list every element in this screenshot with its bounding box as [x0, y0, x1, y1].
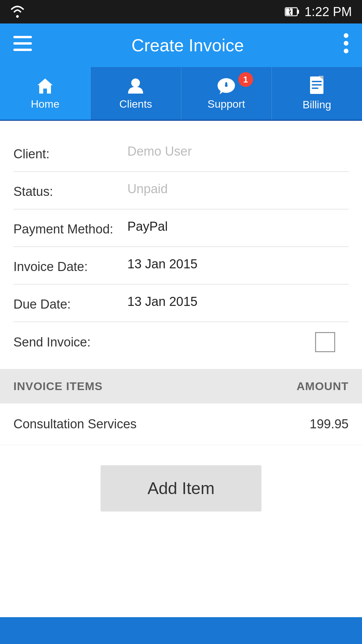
svg-rect-15 [312, 81, 322, 82]
invoice-item-name: Consultation Services [13, 417, 137, 431]
support-icon [216, 77, 236, 95]
svg-rect-13 [225, 82, 227, 86]
invoice-date-row: Invoice Date: 13 Jan 2015 [13, 247, 349, 284]
bottom-bar [0, 617, 362, 644]
svg-point-6 [344, 33, 349, 38]
status-label: Status: [13, 184, 127, 199]
battery-icon [285, 5, 299, 18]
add-item-container: Add Item [0, 445, 362, 532]
svg-rect-17 [312, 88, 318, 89]
svg-rect-4 [13, 42, 32, 45]
tab-billing-label: Billing [303, 99, 331, 111]
status-row: Status: Unpaid [13, 172, 349, 209]
send-invoice-label: Send Invoice: [13, 335, 127, 350]
app-bar-title: Create Invoice [32, 35, 344, 55]
app-bar: Create Invoice [0, 23, 362, 67]
invoice-items-header: INVOICE ITEMS AMOUNT [0, 369, 362, 404]
due-date-row: Due Date: 13 Jan 2015 [13, 284, 349, 322]
status-bar-left [10, 5, 25, 18]
tab-home-label: Home [31, 98, 59, 110]
svg-point-9 [131, 78, 140, 87]
invoice-date-value[interactable]: 13 Jan 2015 [127, 257, 349, 274]
status-bar: 1:22 PM [0, 0, 362, 23]
wifi-icon [10, 5, 25, 18]
support-badge: 1 [238, 72, 253, 87]
home-icon [36, 77, 54, 95]
invoice-item-row: Consultation Services 199.95 [0, 404, 362, 445]
client-input[interactable]: Demo User [127, 144, 349, 161]
tab-billing[interactable]: Billing [272, 67, 362, 120]
add-item-button[interactable]: Add Item [101, 465, 261, 512]
send-invoice-checkbox[interactable] [315, 332, 335, 352]
payment-method-value[interactable]: PayPal [127, 219, 349, 236]
clients-icon [126, 77, 145, 95]
more-options-icon[interactable] [344, 33, 349, 57]
tab-clients[interactable]: Clients [90, 67, 181, 120]
client-row: Client: Demo User [13, 134, 349, 172]
send-invoice-row: Send Invoice: [13, 322, 349, 362]
hamburger-icon[interactable] [13, 36, 32, 55]
payment-method-label: Payment Method: [13, 222, 127, 236]
status-time: 1:22 PM [304, 5, 352, 19]
tab-support-label: Support [207, 98, 245, 110]
client-label: Client: [13, 147, 127, 161]
payment-method-row: Payment Method: PayPal [13, 209, 349, 247]
tab-clients-label: Clients [119, 98, 152, 110]
billing-icon [308, 76, 325, 96]
invoice-amount-header-title: AMOUNT [297, 380, 349, 393]
svg-rect-1 [297, 10, 299, 14]
svg-rect-16 [312, 84, 322, 86]
invoice-items-header-title: INVOICE ITEMS [13, 380, 103, 393]
due-date-label: Due Date: [13, 297, 127, 312]
invoice-items-section: INVOICE ITEMS AMOUNT Consultation Servic… [0, 369, 362, 445]
invoice-item-amount: 199.95 [310, 417, 349, 431]
svg-point-7 [344, 41, 349, 46]
svg-rect-3 [13, 36, 32, 38]
invoice-date-label: Invoice Date: [13, 260, 127, 274]
tab-home[interactable]: Home [0, 67, 90, 120]
tab-support[interactable]: 1 Support [181, 67, 272, 120]
svg-rect-5 [13, 49, 32, 51]
status-bar-right: 1:22 PM [285, 5, 352, 19]
status-input[interactable]: Unpaid [127, 182, 349, 199]
svg-point-8 [344, 49, 349, 53]
due-date-value[interactable]: 13 Jan 2015 [127, 294, 349, 312]
nav-tabs: Home Clients 1 Support [0, 67, 362, 121]
form-content: Client: Demo User Status: Unpaid Payment… [0, 121, 362, 362]
